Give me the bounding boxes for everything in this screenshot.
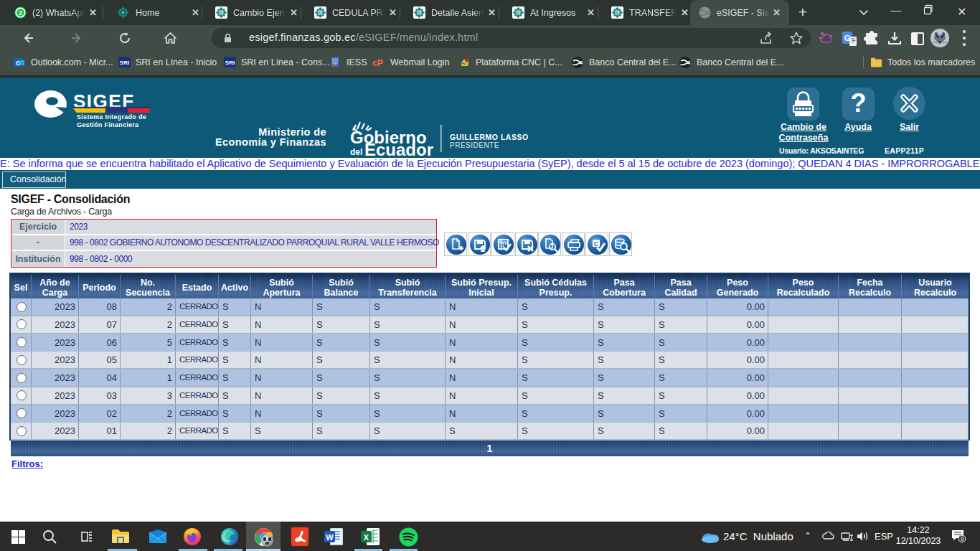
svg-text:2: 2 [19, 9, 22, 17]
svg-text:cP: cP [372, 58, 383, 67]
svg-text:SRI: SRI [225, 60, 235, 66]
svg-text:W: W [326, 533, 334, 542]
svg-text:C: C [594, 240, 599, 248]
svg-text:G: G [844, 34, 851, 42]
svg-text:SRI: SRI [120, 60, 129, 66]
svg-text:X: X [364, 533, 369, 542]
svg-text:Gestión Financiera: Gestión Financiera [77, 121, 139, 128]
svg-text:GUILLERMO LASSO: GUILLERMO LASSO [450, 133, 529, 141]
svg-text:Ecuador: Ecuador [364, 140, 433, 156]
svg-text:9: 9 [961, 535, 964, 542]
svg-text:del: del [350, 147, 362, 156]
svg-text:PRESIDENTE: PRESIDENTE [450, 141, 499, 149]
svg-text:Sistema Integrado de: Sistema Integrado de [77, 113, 146, 121]
